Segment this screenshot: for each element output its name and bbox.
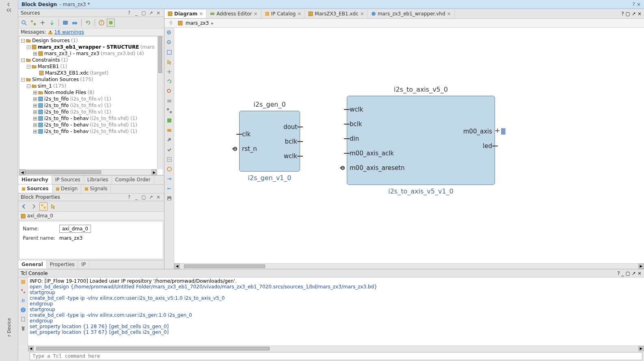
tree-row[interactable]: -sim_1 (175) <box>20 83 156 89</box>
maximize-icon[interactable]: ↗ <box>148 10 154 16</box>
vertical-scrollbar[interactable] <box>157 37 163 169</box>
expand-toggle-icon[interactable]: - <box>27 45 30 49</box>
tab-hierarchy[interactable]: Hierarchy <box>18 175 52 184</box>
scroll-to-icon[interactable] <box>48 19 56 27</box>
restore-icon[interactable]: ▢ <box>626 11 630 17</box>
zoom-fit-icon[interactable] <box>166 49 173 56</box>
help-icon[interactable]: ? <box>633 2 635 7</box>
editor-tab-mars-zx3-eb1-wrapper-vhd[interactable]: mars_zx3_eb1_wrapper.vhd× <box>368 10 455 18</box>
add-ip-icon[interactable] <box>166 117 173 124</box>
cursor-icon[interactable] <box>49 202 57 211</box>
breadcrumb-path[interactable]: mars_zx3 <box>186 20 209 26</box>
tcl-output[interactable]: INFO: [IP_Flow 19-1700] Loaded user IP r… <box>28 277 644 346</box>
expand-toggle-icon[interactable]: - <box>21 78 25 82</box>
interface-expand-icon[interactable] <box>495 128 500 133</box>
left-panel-label[interactable]: r Device <box>6 318 12 337</box>
tab-general[interactable]: General <box>18 260 47 269</box>
tcl-info-icon[interactable]: i <box>20 307 26 314</box>
zoom-out-icon[interactable] <box>166 39 173 46</box>
tree-row[interactable]: +i2s_to_fifo - behav (i2s_to_fifo.vhd) (… <box>20 115 156 122</box>
tab-libraries[interactable]: Libraries <box>84 176 112 184</box>
port-led[interactable]: led <box>483 142 492 150</box>
tcl-command-input[interactable] <box>30 352 642 360</box>
collapse-icon[interactable] <box>166 156 173 163</box>
expand-toggle-icon[interactable]: + <box>33 52 37 56</box>
pan-icon[interactable] <box>166 68 173 75</box>
tcl-horizontal-scrollbar[interactable]: ◀ ▶ <box>28 346 644 351</box>
tree-row[interactable]: -Constraints (1) <box>20 57 156 63</box>
port-bclk[interactable]: bclk <box>350 120 362 128</box>
canvas-horizontal-scrollbar[interactable]: ◀ ▶ <box>174 263 644 269</box>
help-icon[interactable]: ? <box>126 194 132 200</box>
expand-toggle-icon[interactable]: - <box>21 58 25 62</box>
tree-row[interactable]: +Non-module Files (8) <box>20 89 156 96</box>
settings-icon[interactable] <box>107 19 115 27</box>
tab-ip-sources[interactable]: IP Sources <box>52 176 84 184</box>
tree-row[interactable]: +i2s_to_fifo (i2s_to_fifo.v) (1) <box>20 96 156 102</box>
port-wclk[interactable]: wclk <box>350 106 363 113</box>
add-sources-icon[interactable] <box>61 19 69 27</box>
tree-row[interactable]: -mars_zx3_eb1_wrapper - STRUCTURE (mars <box>20 44 156 50</box>
minimize-icon[interactable]: _ <box>133 194 140 200</box>
restore-icon[interactable]: ▢ <box>626 271 630 276</box>
editor-tab-ip-catalog[interactable]: IP Catalog× <box>261 10 305 18</box>
tree-row[interactable]: +i2s_to_fifo (i2s_to_fifo.v) (1) <box>20 109 156 115</box>
close-icon[interactable]: × <box>155 194 162 200</box>
tcl-trash-icon[interactable] <box>20 326 26 333</box>
refresh-icon[interactable] <box>84 19 92 27</box>
forward-icon[interactable] <box>30 202 38 211</box>
tab-close-icon[interactable]: × <box>297 11 301 17</box>
tree-row[interactable]: +mars_zx3_i - mars_zx3 (mars_zx3.bd) (4) <box>20 50 156 57</box>
help-icon[interactable]: ? <box>621 11 624 17</box>
expand-toggle-icon[interactable]: - <box>27 84 30 88</box>
tree-row[interactable]: -MarsEB1 (1) <box>20 63 156 70</box>
tcl-copy-icon[interactable] <box>20 316 26 323</box>
tab-sources[interactable]: Sources <box>18 184 52 193</box>
tab-design[interactable]: Design <box>52 185 81 193</box>
zoom-in-icon[interactable] <box>166 29 173 37</box>
expand-toggle-icon[interactable]: + <box>33 91 37 95</box>
maximize-icon[interactable]: ↗ <box>632 271 636 276</box>
minimize-icon[interactable]: _ <box>133 10 140 16</box>
maximize-icon[interactable]: ↗ <box>632 11 636 17</box>
pin2-icon[interactable] <box>166 185 173 192</box>
tcl-pause-icon[interactable] <box>20 298 26 305</box>
help-icon[interactable]: ? <box>126 10 132 16</box>
editor-tab-marszx3-eb1-xdc[interactable]: MarsZX3_EB1.xdc× <box>305 10 368 18</box>
tcl-clear-icon[interactable] <box>20 279 26 286</box>
maximize-icon[interactable]: ↗ <box>148 194 154 200</box>
expand-all-icon[interactable] <box>29 19 37 27</box>
close-icon[interactable]: × <box>155 10 162 16</box>
tcl-tree-icon[interactable] <box>20 288 26 295</box>
restore-icon[interactable]: ▢ <box>140 10 147 16</box>
port-dout[interactable]: dout <box>283 123 297 131</box>
regenerate-icon[interactable] <box>166 78 173 85</box>
expand-toggle-icon[interactable]: + <box>33 104 37 107</box>
zoom-rect-icon[interactable] <box>166 88 173 95</box>
collapse-all-icon[interactable] <box>39 19 47 27</box>
tree-row[interactable]: +i2s_to_fifo - behav (i2s_to_fifo.vhd) (… <box>20 122 156 128</box>
tab-close-icon[interactable]: × <box>447 11 451 17</box>
tab-close-icon[interactable]: × <box>199 11 203 17</box>
ip-block-i2s-to-axis[interactable]: i2s_to_axis_v5_0 i2s_to_axis_v5_v1_0 wcl… <box>347 96 495 185</box>
back-icon[interactable] <box>20 202 28 211</box>
editor-tab-address-editor[interactable]: Address Editor× <box>207 10 261 18</box>
tab-signals[interactable]: Signals <box>81 185 111 193</box>
left-collapse-bar[interactable]: r Device <box>0 0 18 361</box>
expand-toggle-icon[interactable]: + <box>33 97 37 101</box>
tree-icon[interactable] <box>39 202 48 211</box>
close-icon[interactable]: × <box>638 11 642 17</box>
editor-tab-diagram[interactable]: Diagram× <box>164 10 207 18</box>
tree-row[interactable]: +i2s_to_fifo - behav (i2s_to_fifo.vhd) (… <box>20 128 156 135</box>
expand-toggle-icon[interactable]: + <box>33 123 37 127</box>
layout-icon[interactable] <box>166 107 173 114</box>
close-icon[interactable]: × <box>637 2 641 7</box>
expand-toggle-icon[interactable]: + <box>33 130 37 133</box>
tree-row[interactable]: MarsZX3_EB1.xdc (target) <box>20 70 156 76</box>
port-clk[interactable]: clk <box>242 131 251 138</box>
port-bclk[interactable]: bclk <box>285 138 297 145</box>
name-field[interactable]: axi_dma_0 <box>59 225 91 233</box>
tab-compile-order[interactable]: Compile Order <box>112 176 154 184</box>
port-m00-axis[interactable]: m00_axis <box>463 128 492 135</box>
tab-close-icon[interactable]: × <box>360 11 364 17</box>
